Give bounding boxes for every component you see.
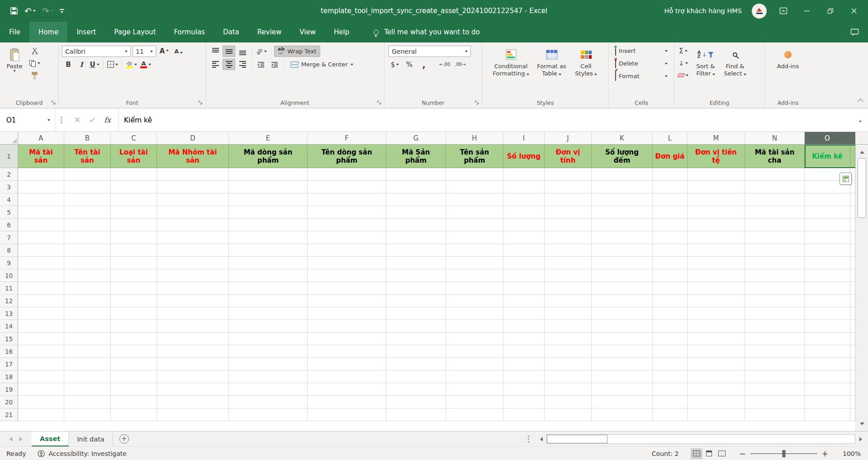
cell-E19[interactable] xyxy=(229,383,308,396)
cell-L9[interactable] xyxy=(653,257,688,269)
cell-E12[interactable] xyxy=(229,295,308,307)
cell-B14[interactable] xyxy=(64,320,111,333)
cell-D10[interactable] xyxy=(157,269,229,282)
account-avatar[interactable] xyxy=(752,4,767,19)
column-header-C[interactable]: C xyxy=(111,132,157,145)
zoom-in-button[interactable]: + xyxy=(822,449,828,458)
cell-L21[interactable] xyxy=(653,408,688,421)
underline-dropdown-icon[interactable] xyxy=(97,64,100,66)
collapse-ribbon-button[interactable] xyxy=(859,97,863,105)
cell-A5[interactable] xyxy=(18,206,64,219)
cell-J21[interactable] xyxy=(545,408,592,421)
cell-G3[interactable] xyxy=(386,181,446,193)
cell-B1[interactable]: Tên tàisản xyxy=(64,145,111,168)
conditional-formatting-dropdown-icon[interactable] xyxy=(526,74,529,75)
cell-N8[interactable] xyxy=(745,244,805,257)
row-header-17[interactable]: 17 xyxy=(0,358,18,371)
close-button[interactable] xyxy=(847,4,861,18)
cell-K19[interactable] xyxy=(592,383,653,396)
row-header-1[interactable]: 1 xyxy=(0,145,18,168)
undo-dropdown-icon[interactable] xyxy=(33,10,36,12)
cell-L17[interactable] xyxy=(653,358,688,371)
cell-O11[interactable] xyxy=(805,282,850,295)
autosum-dropdown-icon[interactable] xyxy=(685,50,688,52)
cell-K17[interactable] xyxy=(592,358,653,371)
orientation-button[interactable]: ab xyxy=(255,46,268,57)
cell-B8[interactable] xyxy=(64,244,111,257)
increase-decimal-button[interactable]: ←.00 xyxy=(438,59,451,70)
cell-C4[interactable] xyxy=(111,193,157,206)
align-center-button[interactable] xyxy=(223,59,235,70)
save-button[interactable] xyxy=(10,7,18,15)
cell-E7[interactable] xyxy=(229,231,308,244)
cell-J18[interactable] xyxy=(545,371,592,383)
cell-H2[interactable] xyxy=(446,168,503,181)
middle-align-button[interactable] xyxy=(223,46,235,57)
cell-G7[interactable] xyxy=(386,231,446,244)
font-dialog-launcher[interactable] xyxy=(198,99,203,106)
cell-G1[interactable]: Mã Sảnphẩm xyxy=(386,145,446,168)
cell-F8[interactable] xyxy=(308,244,386,257)
cell-J5[interactable] xyxy=(545,206,592,219)
cell-H12[interactable] xyxy=(446,295,503,307)
increase-indent-button[interactable] xyxy=(268,59,281,70)
cell-N2[interactable] xyxy=(745,168,805,181)
conditional-formatting-button[interactable]: Conditional Formatting xyxy=(490,44,532,98)
cell-M11[interactable] xyxy=(688,282,745,295)
cell-M4[interactable] xyxy=(688,193,745,206)
cell-B18[interactable] xyxy=(64,371,111,383)
cell-L16[interactable] xyxy=(653,345,688,358)
row-header-6[interactable]: 6 xyxy=(0,219,18,231)
cell-I6[interactable] xyxy=(503,219,545,231)
customize-quick-access-button[interactable] xyxy=(60,9,64,13)
cell-D7[interactable] xyxy=(157,231,229,244)
cell-A14[interactable] xyxy=(18,320,64,333)
cell-M14[interactable] xyxy=(688,320,745,333)
tab-split-handle[interactable] xyxy=(528,432,529,446)
cell-N5[interactable] xyxy=(745,206,805,219)
cell-C15[interactable] xyxy=(111,333,157,345)
name-box[interactable]: O1 xyxy=(0,108,55,131)
cell-C11[interactable] xyxy=(111,282,157,295)
cell-B13[interactable] xyxy=(64,307,111,320)
cell-M1[interactable]: Đơn vị tiềntệ xyxy=(688,145,745,168)
row-header-19[interactable]: 19 xyxy=(0,383,18,396)
cell-F7[interactable] xyxy=(308,231,386,244)
cell-J1[interactable]: Đơn vịtính xyxy=(545,145,592,168)
tab-file[interactable]: File xyxy=(0,22,29,42)
previous-sheet-icon[interactable] xyxy=(7,437,12,441)
cell-K6[interactable] xyxy=(592,219,653,231)
cell-O17[interactable] xyxy=(805,358,850,371)
cell-C10[interactable] xyxy=(111,269,157,282)
cell-H11[interactable] xyxy=(446,282,503,295)
cell-L6[interactable] xyxy=(653,219,688,231)
cell-F5[interactable] xyxy=(308,206,386,219)
cell-M19[interactable] xyxy=(688,383,745,396)
cell-M2[interactable] xyxy=(688,168,745,181)
row-header-14[interactable]: 14 xyxy=(0,320,18,333)
cell-G20[interactable] xyxy=(386,396,446,408)
cell-K5[interactable] xyxy=(592,206,653,219)
cell-H6[interactable] xyxy=(446,219,503,231)
cell-C2[interactable] xyxy=(111,168,157,181)
insert-cells-button[interactable]: + Insert xyxy=(614,45,669,56)
cell-G13[interactable] xyxy=(386,307,446,320)
font-color-dropdown-icon[interactable] xyxy=(148,64,151,66)
cell-F1[interactable]: Tên dòng sảnphẩm xyxy=(308,145,386,168)
sheet-tab-asset[interactable]: Asset xyxy=(32,432,69,446)
cell-H16[interactable] xyxy=(446,345,503,358)
tab-formulas[interactable]: Formulas xyxy=(165,22,214,42)
cell-A12[interactable] xyxy=(18,295,64,307)
underline-button[interactable]: U xyxy=(88,59,101,70)
cell-B16[interactable] xyxy=(64,345,111,358)
cell-L7[interactable] xyxy=(653,231,688,244)
cell-H14[interactable] xyxy=(446,320,503,333)
cell-K12[interactable] xyxy=(592,295,653,307)
cell-G11[interactable] xyxy=(386,282,446,295)
cell-D20[interactable] xyxy=(157,396,229,408)
cell-M13[interactable] xyxy=(688,307,745,320)
cell-G12[interactable] xyxy=(386,295,446,307)
cell-H19[interactable] xyxy=(446,383,503,396)
cell-I12[interactable] xyxy=(503,295,545,307)
cell-C19[interactable] xyxy=(111,383,157,396)
